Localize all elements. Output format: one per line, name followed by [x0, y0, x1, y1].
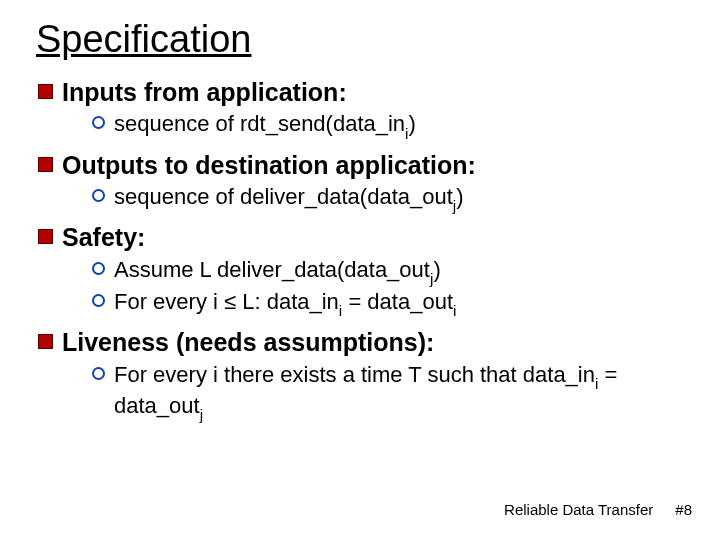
footer-page: #8	[675, 501, 692, 518]
subscript: j	[200, 406, 203, 423]
slide-title: Specification	[36, 18, 684, 61]
subscript: i	[453, 302, 456, 319]
sub-item: sequence of rdt_send(data_ini)	[92, 110, 684, 141]
bullet-liveness: Liveness (needs assumptions): For every …	[36, 327, 684, 423]
text: )	[456, 184, 463, 209]
text: For every i there exists a time T such t…	[114, 362, 595, 387]
sub-item: For every i ≤ L: data_ini = data_outi	[92, 288, 684, 319]
bullet-outputs-label: Outputs to destination application:	[62, 151, 476, 179]
text: = data_out	[342, 289, 453, 314]
text: )	[433, 257, 440, 282]
sub-list: sequence of deliver_data(data_outj)	[62, 183, 684, 214]
footer-topic: Reliable Data Transfer	[504, 501, 653, 518]
bullet-inputs: Inputs from application: sequence of rdt…	[36, 77, 684, 142]
sub-list: Assume L deliver_data(data_outj) For eve…	[62, 256, 684, 320]
bullet-inputs-label: Inputs from application:	[62, 78, 347, 106]
subscript: j	[430, 270, 433, 287]
text: For every i	[114, 289, 224, 314]
text: sequence of rdt_send(data_in	[114, 111, 405, 136]
bullet-liveness-label-a: Liveness	[62, 328, 169, 356]
subscript: i	[405, 125, 408, 142]
leq-symbol: ≤	[224, 289, 236, 314]
sub-item: sequence of deliver_data(data_outj)	[92, 183, 684, 214]
bullet-safety-label: Safety:	[62, 223, 145, 251]
bullet-safety: Safety: Assume L deliver_data(data_outj)…	[36, 222, 684, 319]
sub-item: For every i there exists a time T such t…	[92, 361, 684, 424]
sub-item: Assume L deliver_data(data_outj)	[92, 256, 684, 287]
subscript: i	[339, 302, 342, 319]
text: L: data_in	[236, 289, 339, 314]
text: sequence of deliver_data(data_out	[114, 184, 453, 209]
subscript: j	[453, 197, 456, 214]
subscript: i	[595, 375, 598, 392]
bullet-outputs: Outputs to destination application: sequ…	[36, 150, 684, 215]
sub-list: For every i there exists a time T such t…	[62, 361, 684, 424]
bullet-list: Inputs from application: sequence of rdt…	[36, 77, 684, 423]
footer: Reliable Data Transfer#8	[504, 501, 692, 518]
slide: Specification Inputs from application: s…	[0, 0, 720, 540]
text: )	[409, 111, 416, 136]
text: Assume L deliver_data(data_out	[114, 257, 430, 282]
bullet-liveness-label-b: (needs assumptions):	[169, 328, 434, 356]
sub-list: sequence of rdt_send(data_ini)	[62, 110, 684, 141]
